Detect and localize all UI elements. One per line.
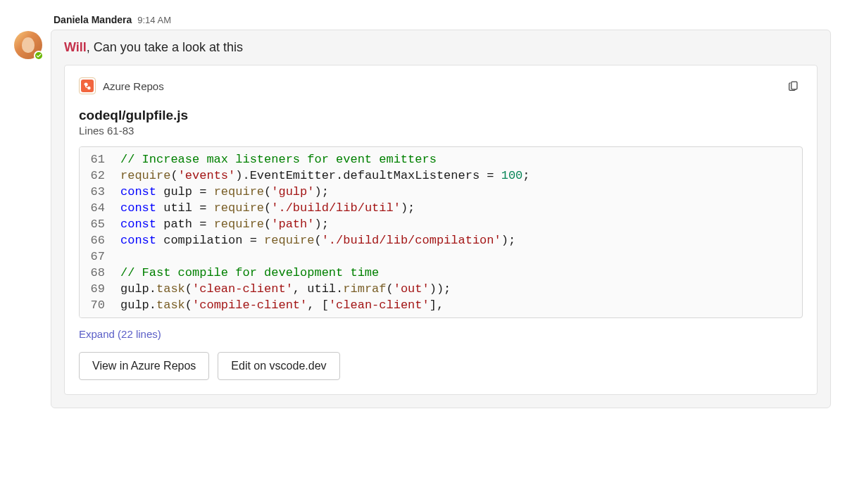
code-line: 65const path = require('path'); [80, 216, 802, 232]
code-line: 68// Fast compile for development time [80, 265, 802, 281]
presence-available-icon [34, 51, 44, 61]
view-in-repos-button[interactable]: View in Azure Repos [79, 352, 209, 380]
message-timestamp: 9:14 AM [137, 15, 171, 25]
code-line: 64const util = require('./build/lib/util… [80, 200, 802, 216]
edit-on-vscode-button[interactable]: Edit on vscode.dev [218, 352, 339, 380]
lines-range: Lines 61-83 [79, 125, 803, 137]
message-bubble: Will, Can you take a look at this Azure … [51, 30, 831, 408]
code-line: 62require('events').EventEmitter.default… [80, 168, 802, 184]
copy-button[interactable] [784, 77, 803, 95]
file-title: codeql/gulpfile.js [79, 108, 803, 123]
line-number: 69 [80, 281, 113, 297]
message-text-body: , Can you take a look at this [87, 40, 243, 54]
code-content: require('events').EventEmitter.defaultMa… [113, 168, 802, 184]
line-number: 61 [80, 147, 113, 168]
code-content: const gulp = require('gulp'); [113, 184, 802, 200]
code-content: const util = require('./build/lib/util')… [113, 200, 802, 216]
code-line: 70gulp.task('compile-client', ['clean-cl… [80, 297, 802, 317]
line-number: 64 [80, 200, 113, 216]
line-number: 65 [80, 216, 113, 232]
line-number: 67 [80, 248, 113, 265]
code-content: gulp.task('clean-client', util.rimraf('o… [113, 281, 802, 297]
code-content: const compilation = require('./build/lib… [113, 232, 802, 248]
sender-name[interactable]: Daniela Mandera [54, 14, 132, 25]
line-number: 70 [80, 297, 113, 317]
line-number: 62 [80, 168, 113, 184]
line-number: 63 [80, 184, 113, 200]
line-number: 66 [80, 232, 113, 248]
code-line: 66const compilation = require('./build/l… [80, 232, 802, 248]
svg-rect-0 [791, 82, 797, 89]
azure-repos-icon [79, 77, 96, 94]
chat-message: Daniela Mandera 9:14 AM Will, Can you ta… [14, 14, 831, 408]
code-content [113, 248, 802, 265]
code-line: 61// Increase max listeners for event em… [80, 147, 802, 168]
code-line: 67 [80, 248, 802, 265]
mention[interactable]: Will [64, 40, 87, 54]
code-content: gulp.task('compile-client', ['clean-clie… [113, 297, 802, 317]
code-block: 61// Increase max listeners for event em… [79, 146, 803, 318]
expand-link[interactable]: Expand (22 lines) [79, 328, 161, 340]
message-text: Will, Can you take a look at this [64, 40, 818, 55]
message-meta: Daniela Mandera 9:14 AM [51, 14, 831, 25]
code-content: const path = require('path'); [113, 216, 802, 232]
avatar-container [14, 31, 42, 59]
code-content: // Increase max listeners for event emit… [113, 147, 802, 168]
code-content: // Fast compile for development time [113, 265, 802, 281]
card-actions: View in Azure Repos Edit on vscode.dev [79, 352, 803, 380]
card-app-name: Azure Repos [103, 80, 164, 92]
code-card: Azure Repos codeql/gulpfile.js Lines 61-… [64, 65, 818, 395]
code-line: 69gulp.task('clean-client', util.rimraf(… [80, 281, 802, 297]
line-number: 68 [80, 265, 113, 281]
card-app-info: Azure Repos [79, 77, 164, 94]
copy-icon [787, 80, 800, 92]
code-line: 63const gulp = require('gulp'); [80, 184, 802, 200]
message-body: Daniela Mandera 9:14 AM Will, Can you ta… [51, 14, 831, 408]
card-header: Azure Repos [79, 77, 803, 95]
